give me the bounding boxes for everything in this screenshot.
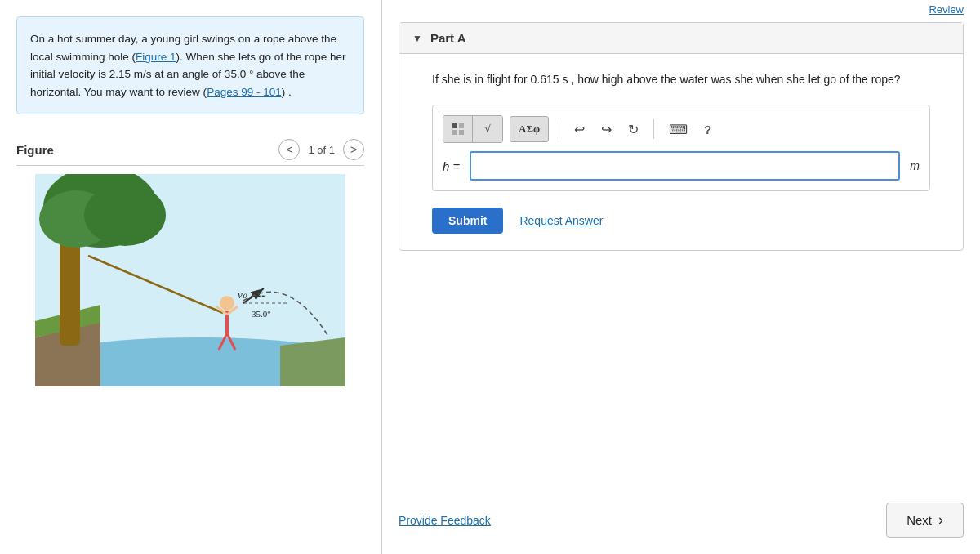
figure-header: Figure < 1 of 1 > [16,131,364,166]
action-buttons: Submit Request Answer [432,208,930,234]
feedback-link[interactable]: Provide Feedback [399,514,491,527]
svg-rect-24 [452,130,457,135]
bottom-bar: Provide Feedback Next › [399,486,964,538]
request-answer-button[interactable]: Request Answer [519,214,603,227]
redo-btn[interactable]: ↪ [596,116,617,142]
part-a-section: ▼ Part A If she is in flight for 0.615 s… [399,22,964,251]
matrix-icon-btn[interactable] [443,116,473,142]
svg-point-11 [220,296,234,311]
problem-text-part3: ) . [282,86,292,98]
answer-input[interactable] [470,151,900,181]
figure-nav: < 1 of 1 > [278,139,364,160]
toolbar-separator-2 [653,119,654,139]
keyboard-icon: ⌨ [669,122,688,137]
svg-marker-4 [280,337,345,386]
sqrt-icon: √ [484,123,490,136]
part-a-header: ▼ Part A [399,23,963,54]
next-label: Next [906,513,932,527]
figure-label: Figure [16,143,54,157]
part-a-content: If she is in flight for 0.615 s , how hi… [399,54,963,250]
left-panel: On a hot summer day, a young girl swings… [0,0,382,554]
input-label: h = [443,159,460,173]
undo-btn[interactable]: ↩ [569,116,590,142]
figure-prev-button[interactable]: < [278,139,300,160]
svg-point-9 [84,184,166,246]
part-a-toggle[interactable]: ▼ [412,33,422,44]
refresh-icon: ↻ [628,122,639,137]
svg-text:35.0°: 35.0° [252,309,271,319]
right-panel: Review ▼ Part A If she is in flight for … [382,0,980,554]
help-icon: ? [704,123,711,136]
figure-next-button[interactable]: > [343,139,364,160]
keyboard-btn[interactable]: ⌨ [664,116,693,142]
redo-icon: ↪ [601,122,612,137]
part-a-title: Part A [430,31,466,45]
svg-rect-25 [459,130,464,135]
figure-counter: 1 of 1 [308,144,335,156]
figure-illustration: v₀ 35.0° [35,174,345,386]
figure-image-area: v₀ 35.0° [16,166,364,554]
svg-rect-22 [452,123,457,128]
pages-link[interactable]: Pages 99 - 101 [207,86,282,98]
input-unit: m [910,159,920,172]
svg-rect-23 [459,123,464,128]
sqrt-btn[interactable]: √ [473,116,502,142]
undo-icon: ↩ [574,122,585,137]
help-btn[interactable]: ? [699,116,716,142]
refresh-btn[interactable]: ↻ [623,116,644,142]
next-chevron-icon: › [938,512,943,529]
format-btn-group: √ [443,115,503,143]
math-input-container: √ ΑΣφ ↩ ↪ ↻ ⌨ [432,105,930,191]
submit-button[interactable]: Submit [432,208,503,234]
next-button[interactable]: Next › [886,503,964,538]
top-bar: Review [399,0,964,22]
review-link[interactable]: Review [929,3,964,16]
question-text: If she is in flight for 0.615 s , how hi… [432,70,930,88]
greek-btn[interactable]: ΑΣφ [510,116,549,142]
figure-link[interactable]: Figure 1 [136,51,176,63]
answer-input-row: h = m [443,151,920,181]
toolbar-separator-1 [559,119,559,139]
problem-text-box: On a hot summer day, a young girl swings… [16,16,364,114]
math-toolbar: √ ΑΣφ ↩ ↪ ↻ ⌨ [443,115,920,143]
